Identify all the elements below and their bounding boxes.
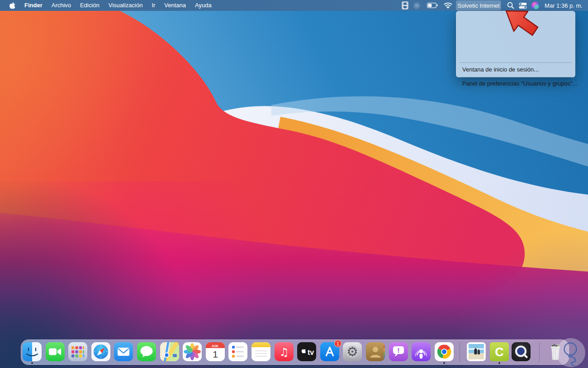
menu-bar-clock[interactable]: Mar 1:36 p. m. [542, 0, 585, 11]
launchpad-icon [68, 342, 87, 361]
podcasts-icon [412, 342, 431, 361]
menu-finder[interactable]: Finder [20, 0, 47, 11]
menu-divider [460, 62, 572, 63]
music-icon: ♫ [275, 342, 294, 361]
dimmed-circle-icon [413, 2, 421, 10]
dock-music[interactable]: ♫ [275, 342, 294, 361]
macos-desktop: { "menu_bar": { "menus": { "finder": "Fi… [0, 0, 588, 368]
running-indicator-camtasia [498, 362, 500, 364]
facetime-icon [46, 342, 65, 361]
quicktime-icon [512, 342, 531, 361]
apple-tv-icon: tv [297, 342, 316, 361]
dock-divider [460, 343, 460, 363]
app-store-badge: 1 [334, 340, 341, 347]
reminders-icon [228, 342, 247, 361]
dock-divider [539, 343, 540, 363]
dock-image-file[interactable] [467, 342, 486, 361]
menu-bar: Finder Archivo Edición Visualización Ir … [0, 0, 588, 11]
dock-system-preferences[interactable]: ⚙ [343, 342, 362, 361]
gear-glyph: ⚙ [346, 344, 358, 359]
control-center-button[interactable] [518, 0, 528, 11]
safari-icon [91, 342, 110, 361]
dock-maps[interactable] [160, 342, 179, 361]
dock-podcasts[interactable] [412, 342, 431, 361]
system-preferences-icon: ⚙ [343, 342, 362, 361]
spotlight-button[interactable] [506, 0, 515, 11]
siri-button[interactable] [530, 0, 540, 11]
messages-icon [137, 342, 156, 361]
exclamation-glyph: ! [398, 346, 400, 354]
mail-icon [114, 342, 133, 361]
dock-facetime[interactable] [46, 342, 65, 361]
filmstrip-status-icon[interactable] [400, 0, 410, 11]
chrome-icon [435, 342, 454, 361]
dock-tv[interactable]: tv [297, 342, 316, 361]
menu-ventana[interactable]: Ventana [160, 0, 190, 11]
wifi-icon [444, 2, 452, 9]
music-note-glyph: ♫ [279, 346, 289, 358]
wifi-status-icon[interactable] [442, 0, 453, 11]
dock-photos[interactable] [183, 342, 202, 361]
dock-messages[interactable] [137, 342, 156, 361]
dock-quicktime[interactable] [512, 342, 531, 361]
fast-user-switching-menu: John ✓ Solvetic Internet Usuario invitad… [456, 11, 575, 77]
contacts-icon [366, 342, 385, 361]
tv-label: tv [308, 349, 314, 356]
dock-notes[interactable] [251, 342, 270, 361]
running-indicator-finder [31, 362, 33, 364]
menu-bar-left: Finder Archivo Edición Visualización Ir … [5, 0, 216, 11]
calendar-month: JUN. [212, 344, 219, 348]
menu-edicion[interactable]: Edición [76, 0, 104, 11]
dock-appstore[interactable]: 1 [320, 342, 339, 361]
menu-ayuda[interactable]: Ayuda [190, 0, 216, 11]
menu-archivo[interactable]: Archivo [47, 0, 76, 11]
camtasia-letter: C [495, 345, 504, 359]
users-groups-preferences-item[interactable]: Panel de preferencias “Usuarios y grupos… [462, 79, 569, 88]
menu-divider [460, 77, 572, 77]
image-file-icon [467, 342, 486, 361]
user-menu-button[interactable]: Solvetic Internet [456, 0, 501, 10]
dock-reminders[interactable] [228, 342, 247, 361]
feedback-assistant-icon: ! [389, 342, 408, 361]
finder-icon [23, 342, 42, 361]
dock-feedback-assistant[interactable]: ! [389, 342, 408, 361]
menu-ir[interactable]: Ir [147, 0, 160, 11]
dock-launchpad[interactable] [68, 342, 87, 361]
search-icon [507, 2, 514, 9]
siri-icon [531, 2, 539, 10]
user-menu-label: Solvetic Internet [457, 2, 499, 9]
calendar-icon: JUN. 1 [206, 342, 225, 361]
running-indicator-chrome [443, 362, 445, 364]
dock-camtasia[interactable]: C [490, 342, 509, 361]
apple-logo-icon [9, 2, 15, 9]
photos-icon [183, 342, 202, 361]
filmstrip-icon [402, 1, 408, 10]
solvetic-watermark [556, 338, 585, 367]
dock-chrome[interactable] [435, 342, 454, 361]
login-window-item[interactable]: Ventana de inicio de sesión... [462, 65, 569, 74]
dock-contacts[interactable] [366, 342, 385, 361]
apple-menu[interactable] [5, 0, 20, 11]
battery-icon [427, 2, 438, 9]
dimmed-status-icon[interactable] [412, 0, 422, 11]
calendar-day: 1 [213, 349, 218, 359]
maps-icon [160, 342, 179, 361]
dock-finder[interactable] [23, 342, 42, 361]
control-center-icon [519, 2, 527, 9]
dock-calendar[interactable]: JUN. 1 [206, 342, 225, 361]
dock-mail[interactable] [114, 342, 133, 361]
menu-visualizacion[interactable]: Visualización [104, 0, 147, 11]
lightbulb-logo-icon [556, 338, 585, 367]
battery-status-icon[interactable] [426, 0, 439, 11]
notes-icon [251, 342, 270, 361]
dock-safari[interactable] [91, 342, 110, 361]
camtasia-icon: C [490, 342, 509, 361]
